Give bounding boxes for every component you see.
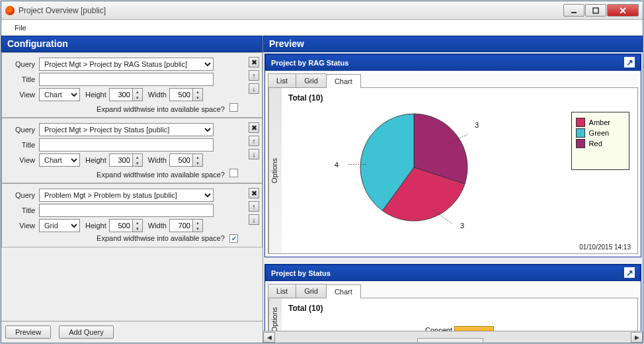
configuration-panel: Configuration Query Project Mgt > Projec… [1, 36, 263, 343]
move-up-icon[interactable]: ↑ [249, 70, 259, 81]
move-up-icon[interactable]: ↑ [249, 136, 259, 146]
height-input[interactable] [109, 153, 133, 167]
view-label: View [5, 222, 39, 230]
title-input[interactable] [39, 204, 214, 217]
configuration-header: Configuration [1, 36, 262, 52]
height-stepper[interactable]: ▲▼ [133, 219, 143, 232]
scroll-thumb[interactable] [417, 338, 483, 343]
height-input[interactable] [109, 88, 133, 101]
view-select[interactable]: Chart [39, 88, 80, 101]
title-label: Title [5, 206, 39, 214]
width-stepper[interactable]: ▲▼ [193, 219, 203, 232]
chart-area: Total (10) Concept [282, 298, 637, 331]
tab-grid[interactable]: Grid [296, 284, 327, 298]
legend-label: Green [589, 129, 610, 137]
delete-icon[interactable]: ✖ [249, 188, 259, 198]
window-title: Project Overview [public] [19, 6, 563, 15]
chart-area: Total (10) [282, 88, 637, 253]
view-label: View [5, 91, 39, 99]
width-input[interactable] [169, 88, 193, 101]
height-label: Height [80, 91, 109, 99]
chart-title: Total (10) [288, 304, 631, 313]
legend: Amber Green Red [571, 112, 629, 170]
menu-file[interactable]: File [9, 22, 32, 34]
legend-label: Amber [589, 118, 610, 126]
query-label: Query [5, 60, 39, 68]
title-bar: Project Overview [public] [1, 1, 643, 20]
data-label: 4 [335, 161, 339, 169]
scroll-right-icon[interactable]: ▶ [631, 332, 643, 343]
legend-swatch [576, 139, 585, 148]
move-up-icon[interactable]: ↑ [249, 201, 259, 212]
scroll-left-icon[interactable]: ◀ [263, 332, 275, 343]
query-select[interactable]: Problem Mgt > Problem by status [public] [39, 189, 214, 202]
tab-list[interactable]: List [268, 73, 296, 87]
query-block: Query Project Mgt > Project by Status [p… [1, 118, 262, 183]
width-label: Width [143, 91, 169, 99]
category-label: Concept [425, 326, 452, 331]
config-footer: Preview Add Query [1, 321, 262, 343]
width-label: Width [143, 222, 169, 230]
move-down-icon[interactable]: ↓ [249, 83, 259, 94]
expand-icon[interactable]: ↗ [624, 57, 635, 67]
preview-block-title: Project by Status [271, 269, 331, 277]
height-input[interactable] [109, 219, 133, 232]
query-block: Query Project Mgt > Project by RAG Statu… [1, 52, 262, 118]
expand-checkbox[interactable] [229, 169, 238, 177]
options-button[interactable]: Options [268, 298, 282, 331]
height-label: Height [80, 156, 109, 164]
title-input[interactable] [39, 73, 214, 86]
width-input[interactable] [169, 219, 193, 232]
app-icon [5, 6, 15, 15]
title-input[interactable] [39, 138, 214, 151]
query-block: Query Problem Mgt > Problem by status [p… [1, 183, 262, 247]
options-button[interactable]: Options [268, 88, 282, 253]
tab-list[interactable]: List [268, 284, 296, 298]
height-stepper[interactable]: ▲▼ [133, 153, 143, 167]
width-label: Width [143, 156, 169, 164]
move-down-icon[interactable]: ↓ [249, 214, 259, 225]
view-label: View [5, 156, 39, 164]
delete-icon[interactable]: ✖ [249, 57, 259, 67]
bar [454, 326, 494, 331]
width-stepper[interactable]: ▲▼ [193, 88, 203, 101]
query-select[interactable]: Project Mgt > Project by RAG Status [pub… [39, 58, 214, 71]
expand-label: Expand widthwise into available space? [97, 105, 225, 113]
preview-scroll[interactable]: Project by RAG Status ↗ List Grid Chart … [263, 52, 643, 331]
expand-checkbox[interactable] [229, 103, 238, 112]
query-label: Query [5, 126, 39, 134]
preview-block: Project by RAG Status ↗ List Grid Chart … [264, 54, 641, 257]
query-select[interactable]: Project Mgt > Project by Status [public] [39, 123, 214, 136]
minimize-button[interactable] [563, 4, 584, 17]
preview-block-header: Project by RAG Status ↗ [265, 54, 641, 71]
data-label: 3 [460, 222, 464, 230]
tab-grid[interactable]: Grid [296, 73, 327, 87]
tab-chart[interactable]: Chart [326, 74, 361, 88]
move-down-icon[interactable]: ↓ [249, 149, 259, 159]
legend-swatch [576, 128, 585, 138]
width-stepper[interactable]: ▲▼ [193, 153, 203, 167]
horizontal-scrollbar[interactable]: ◀ ▶ [263, 331, 643, 343]
add-query-button[interactable]: Add Query [59, 325, 114, 339]
preview-block: Project by Status ↗ List Grid Chart Opti… [264, 264, 641, 331]
delete-icon[interactable]: ✖ [249, 122, 259, 133]
tab-chart[interactable]: Chart [326, 284, 361, 298]
width-input[interactable] [169, 153, 193, 167]
preview-button[interactable]: Preview [5, 325, 51, 339]
close-button[interactable] [607, 4, 639, 17]
app-window: Project Overview [public] File Configura… [1, 1, 643, 343]
view-select[interactable]: Chart [39, 153, 80, 167]
height-stepper[interactable]: ▲▼ [133, 88, 143, 101]
preview-block-title: Project by RAG Status [271, 59, 348, 67]
maximize-button[interactable] [585, 4, 606, 17]
preview-block-header: Project by Status ↗ [265, 265, 641, 281]
data-label: 3 [475, 121, 479, 129]
menu-bar: File [1, 20, 643, 36]
expand-label: Expand widthwise into available space? [97, 234, 225, 242]
expand-checkbox[interactable] [229, 234, 238, 243]
height-label: Height [80, 222, 109, 230]
view-select[interactable]: Grid [39, 219, 80, 232]
expand-icon[interactable]: ↗ [624, 267, 635, 278]
svg-rect-1 [593, 8, 598, 13]
legend-label: Red [589, 140, 602, 148]
